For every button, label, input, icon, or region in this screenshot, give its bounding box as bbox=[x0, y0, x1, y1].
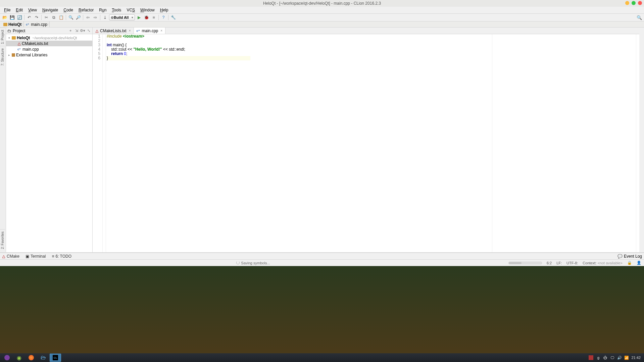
toolbar-separator bbox=[66, 15, 66, 20]
project-tool-tab[interactable]: 1: Project bbox=[0, 28, 5, 46]
toolbar-separator bbox=[83, 15, 83, 20]
maximize-button[interactable] bbox=[632, 1, 636, 5]
build-icon[interactable]: ⤓ bbox=[102, 14, 108, 21]
breadcrumb-root[interactable]: HeloQt bbox=[1, 21, 24, 27]
terminal-tool-button[interactable]: ▣ Terminal bbox=[26, 254, 46, 259]
code-content[interactable]: #include <iostream> int main() { std::co… bbox=[106, 34, 250, 252]
menu-help[interactable]: Help bbox=[157, 7, 171, 13]
library-icon bbox=[12, 53, 15, 57]
todo-tool-button[interactable]: ≡ 6: TODO bbox=[52, 254, 71, 259]
stop-icon[interactable]: ■ bbox=[150, 14, 157, 21]
breadcrumb-file[interactable]: c⁺ main.cpp bbox=[24, 21, 50, 27]
collapse-all-icon[interactable]: ⇲ bbox=[74, 29, 79, 33]
menu-tools[interactable]: Tools bbox=[109, 7, 124, 13]
copy-icon[interactable]: ⧉ bbox=[50, 14, 57, 21]
menu-vcs[interactable]: VCS bbox=[124, 7, 138, 13]
fold-strip[interactable] bbox=[103, 34, 106, 252]
tree-external-libs[interactable]: ▸ External Libraries bbox=[6, 52, 92, 58]
menu-navigate[interactable]: Navigate bbox=[40, 7, 61, 13]
cut-icon[interactable]: ✂ bbox=[43, 14, 50, 21]
cmake-tool-button[interactable]: CMake bbox=[2, 254, 19, 259]
close-button[interactable] bbox=[638, 1, 642, 5]
menu-view[interactable]: View bbox=[26, 7, 40, 13]
event-log-button[interactable]: 💬 Event Log bbox=[617, 254, 642, 259]
redo-icon[interactable]: ↷ bbox=[33, 14, 40, 21]
toolbar-separator bbox=[41, 15, 42, 20]
search-icon[interactable]: 🔍 bbox=[637, 15, 642, 20]
back-icon[interactable]: ⇦ bbox=[85, 14, 91, 21]
open-icon[interactable]: 📂 bbox=[1, 14, 8, 21]
favorites-tool-tab[interactable]: 2: Favorites bbox=[0, 229, 5, 251]
volume-icon[interactable]: 🔊 bbox=[617, 356, 622, 360]
minimize-button[interactable] bbox=[625, 1, 629, 5]
display-icon[interactable]: 🖵 bbox=[610, 356, 614, 360]
replace-icon[interactable]: 🔎 bbox=[75, 14, 82, 21]
show-desktop-button[interactable]: ◉ bbox=[13, 354, 25, 362]
toolbar-separator bbox=[168, 15, 168, 20]
cpp-file-icon: c⁺ bbox=[137, 29, 141, 33]
close-tab-icon[interactable]: × bbox=[129, 29, 131, 33]
lock-icon[interactable]: 🔒 bbox=[627, 261, 632, 265]
menu-refactor[interactable]: Refactor bbox=[76, 7, 96, 13]
menu-window[interactable]: Window bbox=[138, 7, 157, 13]
project-panel-title: Project bbox=[13, 29, 25, 33]
memory-indicator[interactable] bbox=[508, 262, 542, 264]
menu-edit[interactable]: Edit bbox=[13, 7, 26, 13]
context-label: Context: <not available> bbox=[583, 261, 623, 265]
wifi-icon[interactable]: 📶 bbox=[624, 356, 629, 360]
os-taskbar: ◉ 🗁 CL g ⏻ 🖵 🔊 📶 21:42 bbox=[0, 353, 644, 362]
error-stripe[interactable] bbox=[636, 34, 639, 252]
expand-icon[interactable]: ▾ bbox=[7, 36, 11, 40]
undo-icon[interactable]: ↶ bbox=[26, 14, 33, 21]
run-icon[interactable]: ▶ bbox=[136, 14, 142, 21]
line-ending[interactable]: LF: bbox=[556, 261, 562, 265]
menu-run[interactable]: Run bbox=[96, 7, 109, 13]
help-icon[interactable]: ? bbox=[160, 14, 167, 21]
titlebar: HeloQt - [~/workspace/qt-dev/HeloQt] - m… bbox=[0, 0, 644, 7]
tool-label: Event Log bbox=[624, 254, 642, 259]
tray-app-icon[interactable] bbox=[589, 355, 593, 360]
hide-icon[interactable]: ⤡ bbox=[86, 29, 91, 33]
sync-icon[interactable]: 🔄 bbox=[16, 14, 23, 21]
tab-cmakelists[interactable]: CMakeLists.txt × bbox=[93, 28, 134, 34]
tree-label: External Libraries bbox=[16, 53, 47, 57]
toolbar-separator bbox=[24, 15, 24, 20]
file-encoding[interactable]: UTF-8: bbox=[566, 261, 578, 265]
caret-position[interactable]: 6:2 bbox=[547, 261, 552, 265]
todo-icon: ≡ bbox=[52, 254, 54, 259]
tree-file-cmakelists[interactable]: CMakeLists.txt bbox=[6, 41, 92, 46]
paste-icon[interactable]: 📋 bbox=[58, 14, 64, 21]
cmake-icon bbox=[2, 255, 5, 258]
tree-label: main.cpp bbox=[22, 47, 39, 52]
firefox-button[interactable] bbox=[26, 354, 37, 362]
expand-icon[interactable]: ▸ bbox=[7, 53, 11, 57]
scroll-from-source-icon[interactable]: ⌖ bbox=[68, 29, 73, 33]
tree-project-root[interactable]: ▾ HeloQt ~/workspace/qt-dev/HeloQt bbox=[6, 35, 92, 41]
inspector-icon[interactable]: 👤 bbox=[637, 261, 641, 265]
close-tab-icon[interactable]: × bbox=[160, 29, 162, 33]
tray-clock[interactable]: 21:42 bbox=[631, 356, 641, 360]
power-icon[interactable]: ⏻ bbox=[603, 356, 607, 360]
forward-icon[interactable]: ⇨ bbox=[92, 14, 99, 21]
structure-tool-tab[interactable]: 7: Structure bbox=[0, 46, 5, 68]
menu-code[interactable]: Code bbox=[61, 7, 76, 13]
settings-icon[interactable]: 🔧 bbox=[170, 14, 177, 21]
project-tree[interactable]: ▾ HeloQt ~/workspace/qt-dev/HeloQt CMake… bbox=[6, 34, 92, 252]
tray-g-icon[interactable]: g bbox=[596, 356, 600, 360]
save-all-icon[interactable]: 💾 bbox=[9, 14, 15, 21]
menu-bar[interactable]: File Edit View Navigate Code Refactor Ru… bbox=[0, 7, 644, 13]
window-title: HeloQt - [~/workspace/qt-dev/HeloQt] - m… bbox=[263, 1, 381, 6]
debug-icon[interactable]: 🐞 bbox=[143, 14, 150, 21]
files-button[interactable]: 🗁 bbox=[38, 354, 49, 362]
find-icon[interactable]: 🔍 bbox=[67, 14, 74, 21]
tree-file-maincpp[interactable]: c⁺ main.cpp bbox=[6, 46, 92, 52]
code-editor[interactable]: 1 2 3 4 5 6 #include <iostream> int main… bbox=[93, 34, 639, 252]
spinner-icon bbox=[236, 261, 240, 264]
clion-taskbar-button[interactable]: CL bbox=[50, 354, 61, 362]
start-menu-button[interactable] bbox=[1, 354, 13, 362]
menu-file[interactable]: File bbox=[1, 7, 13, 13]
build-config-combo[interactable]: ⚙ Build All bbox=[109, 14, 135, 20]
settings-icon[interactable]: ⚙▾ bbox=[80, 29, 85, 33]
svg-marker-1 bbox=[96, 30, 98, 33]
tab-maincpp[interactable]: c⁺ main.cpp × bbox=[134, 28, 166, 34]
